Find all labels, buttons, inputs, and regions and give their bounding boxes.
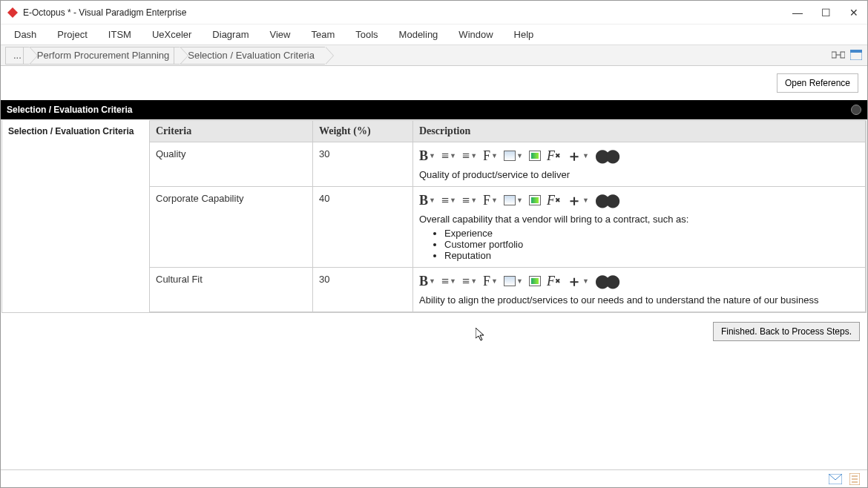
color-icon[interactable] [529, 151, 541, 161]
menu-team[interactable]: Team [311, 29, 335, 40]
window-controls: — ☐ ✕ [790, 7, 861, 19]
table-header-description: Description [413, 121, 866, 142]
menu-itsm[interactable]: ITSM [108, 29, 131, 40]
description-cell[interactable]: B▼ ▼ ▼ F▼ ▼ F✖ ＋▼ ⬤⬤ Quality of product/… [413, 142, 866, 187]
status-bar [1, 469, 867, 487]
color-icon[interactable] [529, 195, 541, 205]
weight-cell[interactable]: 30 [313, 142, 413, 187]
content-area: Selection / Evaluation Criteria Criteria… [1, 120, 867, 313]
add-icon[interactable]: ＋▼ [567, 148, 589, 163]
table-icon[interactable]: ▼ [504, 276, 523, 286]
clear-format-icon[interactable]: F✖ [547, 149, 561, 162]
bullet-item: Customer portfolio [444, 239, 859, 250]
find-icon[interactable]: ⬤⬤ [595, 194, 616, 207]
menu-view[interactable]: View [269, 29, 290, 40]
menu-tools[interactable]: Tools [355, 29, 378, 40]
menu-diagram[interactable]: Diagram [212, 29, 249, 40]
app-icon [7, 7, 19, 19]
align-icon[interactable]: ▼ [441, 149, 456, 162]
menu-project[interactable]: Project [57, 29, 87, 40]
finished-button[interactable]: Finished. Back to Process Steps. [713, 322, 860, 341]
rte-toolbar: B▼ ▼ ▼ F▼ ▼ F✖ ＋▼ ⬤⬤ [419, 274, 859, 288]
minimize-button[interactable]: — [790, 7, 805, 19]
breadcrumb-item-2[interactable]: Selection / Evaluation Criteria [174, 47, 325, 65]
align-icon[interactable]: ▼ [441, 194, 456, 207]
header-actions: Open Reference [1, 66, 867, 100]
breadcrumb-1-label: Perform Procurement Planning [37, 50, 169, 61]
document-icon[interactable] [849, 473, 860, 485]
rte-toolbar: B▼ ▼ ▼ F▼ ▼ F✖ ＋▼ ⬤⬤ [419, 148, 859, 163]
menu-window[interactable]: Window [458, 29, 493, 40]
svg-rect-1 [832, 52, 836, 58]
description-text[interactable]: Overall capability that a vendor will br… [419, 214, 859, 261]
mail-icon[interactable] [829, 474, 842, 484]
description-cell[interactable]: B▼ ▼ ▼ F▼ ▼ F✖ ＋▼ ⬤⬤ Ability to align th… [413, 268, 866, 312]
list-icon[interactable]: ▼ [462, 274, 477, 288]
find-icon[interactable]: ⬤⬤ [595, 274, 616, 288]
menubar: Dash Project ITSM UeXceler Diagram View … [1, 24, 867, 45]
description-cell[interactable]: B▼ ▼ ▼ F▼ ▼ F✖ ＋▼ ⬤⬤ Overall capability … [413, 187, 866, 268]
toolbar-icon-panel[interactable] [849, 48, 863, 62]
footer-actions: Finished. Back to Process Steps. [1, 313, 867, 350]
find-icon[interactable]: ⬤⬤ [595, 149, 616, 162]
side-label: Selection / Evaluation Criteria [2, 120, 149, 312]
maximize-button[interactable]: ☐ [818, 7, 833, 19]
breadcrumb-item-1[interactable]: Perform Procurement Planning [23, 47, 180, 65]
font-icon[interactable]: F▼ [483, 194, 498, 207]
rte-toolbar: B▼ ▼ ▼ F▼ ▼ F✖ ＋▼ ⬤⬤ [419, 193, 859, 208]
font-icon[interactable]: F▼ [483, 149, 498, 162]
table-header-criteria: Criteria [150, 121, 313, 142]
table-row: Corporate Capability40 B▼ ▼ ▼ F▼ ▼ F✖ ＋▼… [150, 187, 866, 268]
menu-uexceler[interactable]: UeXceler [152, 29, 191, 40]
breadcrumb-bar: ... Perform Procurement Planning Selecti… [1, 45, 867, 66]
weight-cell[interactable]: 40 [313, 187, 413, 268]
table-row: Quality30 B▼ ▼ ▼ F▼ ▼ F✖ ＋▼ ⬤⬤ Quality o… [150, 142, 866, 187]
weight-cell[interactable]: 30 [313, 268, 413, 312]
svg-rect-2 [841, 52, 845, 58]
menu-help[interactable]: Help [514, 29, 534, 40]
criteria-table: Criteria Weight (%) Description Quality3… [149, 120, 866, 312]
bullet-item: Experience [444, 228, 859, 239]
add-icon[interactable]: ＋▼ [567, 193, 589, 208]
add-icon[interactable]: ＋▼ [567, 274, 589, 288]
toolbar-icon-layout[interactable] [832, 48, 845, 62]
menu-modeling[interactable]: Modeling [399, 29, 438, 40]
list-icon[interactable]: ▼ [462, 149, 477, 162]
description-text[interactable]: Quality of product/service to deliver [419, 169, 859, 180]
bullet-item: Reputation [444, 250, 859, 261]
criteria-cell[interactable]: Corporate Capability [150, 187, 313, 268]
table-icon[interactable]: ▼ [504, 151, 523, 161]
font-icon[interactable]: F▼ [483, 274, 498, 288]
breadcrumb-root-label: ... [13, 50, 22, 61]
clear-format-icon[interactable]: F✖ [547, 274, 561, 288]
section-title: Selection / Evaluation Criteria [7, 105, 132, 115]
color-icon[interactable] [529, 276, 541, 286]
bold-icon[interactable]: B▼ [419, 194, 435, 207]
list-icon[interactable]: ▼ [462, 194, 477, 207]
bold-icon[interactable]: B▼ [419, 274, 435, 288]
table-row: Cultural Fit30 B▼ ▼ ▼ F▼ ▼ F✖ ＋▼ ⬤⬤ Abil… [150, 268, 866, 312]
table-header-weight: Weight (%) [313, 121, 413, 142]
titlebar: E-Octopus * - Visual Paradigm Enterprise… [1, 1, 867, 24]
description-text[interactable]: Ability to align the product/services to… [419, 294, 859, 306]
align-icon[interactable]: ▼ [441, 274, 456, 288]
svg-rect-5 [850, 50, 862, 53]
breadcrumb-2-label: Selection / Evaluation Criteria [188, 50, 315, 61]
menu-dash[interactable]: Dash [14, 29, 36, 40]
close-button[interactable]: ✕ [846, 7, 861, 19]
bold-icon[interactable]: B▼ [419, 149, 435, 162]
svg-marker-0 [7, 7, 18, 18]
table-icon[interactable]: ▼ [504, 195, 523, 205]
clear-format-icon[interactable]: F✖ [547, 194, 561, 207]
section-collapse-icon[interactable] [851, 105, 861, 115]
window-title: E-Octopus * - Visual Paradigm Enterprise [23, 7, 790, 18]
section-title-bar: Selection / Evaluation Criteria [1, 100, 867, 119]
criteria-cell[interactable]: Quality [150, 142, 313, 187]
criteria-cell[interactable]: Cultural Fit [150, 268, 313, 312]
open-reference-button[interactable]: Open Reference [777, 73, 858, 93]
